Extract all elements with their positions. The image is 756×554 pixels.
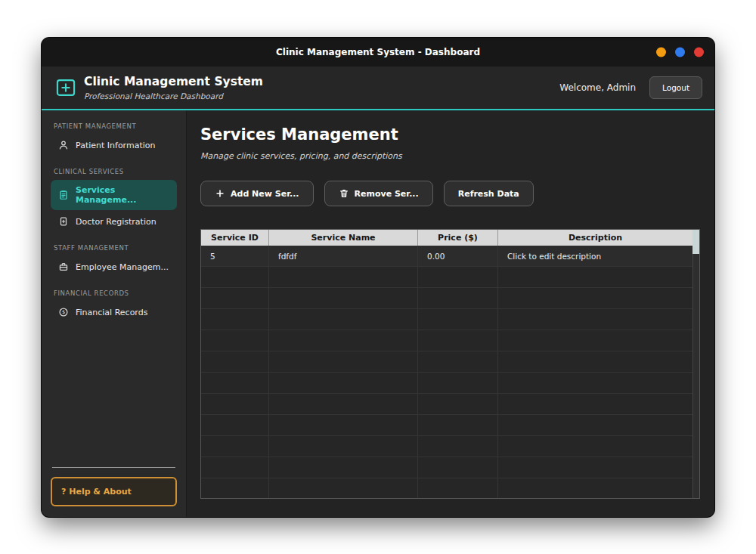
app-title: Clinic Management System: [84, 75, 263, 89]
table-cell-empty: [201, 415, 269, 436]
table-cell-empty: [201, 267, 269, 288]
column-header[interactable]: Price ($): [418, 230, 498, 246]
table-cell-empty: [201, 478, 269, 498]
table-cell-empty: [269, 457, 418, 478]
table-cell-empty: [418, 267, 498, 288]
table-row-empty: [201, 288, 692, 309]
column-header[interactable]: Service Name: [269, 230, 418, 246]
sidebar-section-label: CLINICAL SERVICES: [54, 168, 174, 175]
table-cell-empty: [269, 288, 418, 309]
sidebar: PATIENT MANAGEMENTPatient InformationCLI…: [42, 110, 187, 517]
toolbar: Add New Ser...Remove Ser...Refresh Data: [200, 181, 700, 206]
sidebar-item-label: Financial Records: [76, 308, 147, 317]
table-cell-empty: [269, 267, 418, 288]
sidebar-section-label: FINANCIAL RECORDS: [54, 289, 174, 297]
sidebar-item-label: Employee Managem...: [76, 262, 169, 272]
sidebar-section-label: STAFF MANAGEMENT: [54, 244, 174, 252]
table-cell-empty: [498, 478, 692, 498]
clinic-logo-icon: [55, 77, 76, 98]
help-about-button[interactable]: ? Help & About: [51, 477, 177, 506]
sidebar-item-label: Doctor Registration: [76, 217, 156, 227]
table-cell-empty: [418, 415, 498, 436]
table-row-empty: [201, 351, 692, 373]
trash-icon: [339, 188, 349, 199]
table-cell-empty: [498, 330, 692, 351]
sidebar-item-financial-records[interactable]: $Financial Records: [51, 302, 177, 323]
table-row-empty: [201, 309, 692, 330]
table-cell-empty: [418, 457, 498, 478]
table-row-empty: [201, 415, 692, 436]
sidebar-item-label: Services Manageme...: [76, 185, 169, 205]
table-cell-empty: [418, 351, 498, 373]
maximize-button[interactable]: [675, 48, 685, 57]
table-cell[interactable]: fdfdf: [269, 246, 418, 267]
table-row[interactable]: 5fdfdf0.00Click to edit description: [201, 246, 692, 267]
table-row-empty: [201, 330, 692, 351]
table-cell-empty: [269, 436, 418, 457]
column-header[interactable]: Description: [498, 230, 692, 246]
table-cell[interactable]: Click to edit description: [498, 246, 692, 267]
button-label: Refresh Data: [458, 189, 519, 199]
table-cell-empty: [498, 415, 692, 436]
column-header[interactable]: Service ID: [201, 230, 269, 246]
plus-icon: [215, 188, 225, 199]
table-cell-empty: [201, 436, 269, 457]
table-cell-empty: [269, 351, 418, 373]
patients-icon: [58, 140, 69, 150]
table-cell-empty: [418, 309, 498, 330]
table-cell-empty: [418, 288, 498, 309]
minimize-button[interactable]: [656, 48, 666, 57]
sidebar-sections: PATIENT MANAGEMENTPatient InformationCLI…: [49, 116, 178, 323]
table-row-empty: [201, 436, 692, 457]
app-subtitle: Professional Healthcare Dashboard: [84, 91, 263, 101]
table-cell-empty: [498, 457, 692, 478]
table-cell-empty: [269, 394, 418, 415]
app-window: Clinic Management System - Dashboard Cli…: [42, 38, 714, 517]
table-cell-empty: [418, 394, 498, 415]
sidebar-item-employee-management[interactable]: Employee Managem...: [51, 256, 177, 277]
table-cell-empty: [498, 288, 692, 309]
sidebar-item-doctor-registration[interactable]: Doctor Registration: [51, 211, 177, 232]
table-cell-empty: [269, 373, 418, 394]
table-row-empty: [201, 457, 692, 478]
services-icon: [58, 190, 69, 200]
table-cell[interactable]: 0.00: [418, 246, 498, 267]
window-controls: [656, 48, 704, 57]
svg-text:$: $: [62, 309, 65, 315]
table-scrollbar[interactable]: [692, 230, 699, 498]
table-cell-empty: [269, 309, 418, 330]
body-row: PATIENT MANAGEMENTPatient InformationCLI…: [42, 110, 714, 517]
table-cell-empty: [498, 309, 692, 330]
refresh-button[interactable]: Refresh Data: [444, 181, 534, 206]
table-cell-empty: [498, 267, 692, 288]
table-cell-empty: [418, 330, 498, 351]
table-cell-empty: [498, 394, 692, 415]
sidebar-item-patient-information[interactable]: Patient Information: [51, 135, 177, 156]
app-header: Clinic Management System Professional He…: [42, 67, 714, 110]
sidebar-section-label: PATIENT MANAGEMENT: [54, 122, 174, 130]
close-button[interactable]: [694, 48, 704, 57]
remove-service-button[interactable]: Remove Ser...: [324, 181, 433, 206]
table-cell-empty: [201, 457, 269, 478]
table-cell-empty: [498, 373, 692, 394]
table-cell-empty: [269, 415, 418, 436]
table-cell-empty: [498, 436, 692, 457]
title-bar: Clinic Management System - Dashboard: [42, 38, 714, 67]
sidebar-item-services-management[interactable]: Services Manageme...: [51, 180, 177, 210]
table-header: Service IDService NamePrice ($)Descripti…: [201, 230, 692, 246]
table-cell-empty: [201, 351, 269, 373]
employee-icon: [58, 262, 69, 272]
table-body: 5fdfdf0.00Click to edit description: [201, 246, 692, 498]
add-service-button[interactable]: Add New Ser...: [200, 181, 314, 206]
logout-button[interactable]: Logout: [649, 76, 702, 99]
sidebar-item-label: Patient Information: [76, 141, 155, 150]
table-cell-empty: [418, 436, 498, 457]
table-cell-empty: [201, 373, 269, 394]
table-cell-empty: [498, 351, 692, 373]
table-row-empty: [201, 267, 692, 288]
page-subtitle: Manage clinic services, pricing, and des…: [200, 151, 700, 161]
table-cell[interactable]: 5: [201, 246, 269, 267]
button-label: Add New Ser...: [231, 189, 299, 199]
table-row-empty: [201, 373, 692, 394]
scrollbar-thumb[interactable]: [692, 230, 699, 254]
